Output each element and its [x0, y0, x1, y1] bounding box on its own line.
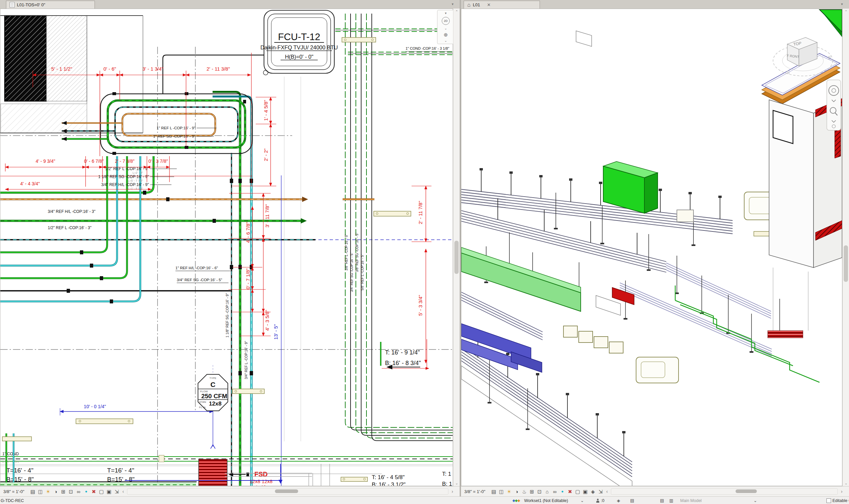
editable-only-label: Editable Only [832, 498, 849, 503]
hscroll-left-icon[interactable]: ‹ [604, 489, 610, 494]
svg-text:1" REF L -COP:16' - 9": 1" REF L -COP:16' - 9" [157, 126, 195, 130]
locked-orientation-icon[interactable]: ⌂ [543, 489, 551, 494]
pipe-labels-c: 3/4" REF H/L -COP:16' - 3" 1/2" REF L -C… [48, 209, 95, 230]
svg-text:0' - 6 7/8": 0' - 6 7/8" [84, 159, 104, 164]
svg-text:0' - 7 1/8": 0' - 7 1/8" [245, 268, 251, 289]
note-icon[interactable]: ▥ [669, 497, 673, 504]
worksharing-display-icon[interactable]: ✖ [90, 489, 97, 494]
worksharing-display-icon[interactable]: ✖ [566, 489, 574, 494]
green-box [603, 161, 658, 213]
editable-only-control[interactable]: Editable Only [827, 497, 849, 504]
analytical-model-icon[interactable]: ◈ [589, 489, 597, 494]
svg-text:3' - 11 7/8": 3' - 11 7/8" [264, 204, 270, 228]
compass-south[interactable]: S [786, 69, 790, 75]
left-horizontal-scrollbar[interactable] [127, 488, 448, 495]
list-icon[interactable]: ▤ [660, 497, 664, 504]
steering-wheel-2d-icon[interactable]: 2D [442, 17, 450, 25]
svg-text:2' - 11 7/8": 2' - 11 7/8" [417, 201, 423, 224]
hscroll-right-icon[interactable]: › [450, 489, 455, 494]
left-scale[interactable]: 3/8" = 1'-0" [3, 489, 24, 494]
tab-close-icon[interactable]: ✕ [487, 2, 490, 7]
visual-style-icon[interactable]: ◫ [36, 489, 44, 494]
scroll-up-icon[interactable]: ⌃ [453, 8, 460, 15]
right-view-control-bar: 3/8" = 1'-0" ▤ ◫ ☀ ◑ ♨ ⊞ ⊡ ⌂ ∞ ● ✖ ▢ ▣ ◈… [461, 486, 849, 497]
selection-box-icon[interactable]: ▢ [574, 489, 581, 494]
constraints-icon[interactable]: ⇲ [113, 489, 120, 494]
sun-path-icon[interactable]: ☀ [44, 489, 52, 494]
nav-bar[interactable] [827, 80, 841, 130]
render-icon[interactable]: ♨ [520, 489, 528, 494]
crop-view-icon[interactable]: ⊞ [59, 489, 67, 494]
zoom-tool-icon[interactable]: ⊕ [444, 32, 448, 37]
active-workset[interactable]: Workset1 (Not Editable) [524, 498, 568, 503]
navbar-pin-icon[interactable]: ▾ [445, 12, 446, 15]
shadows-icon[interactable]: ◑ [52, 489, 59, 494]
sun-path-icon[interactable]: ☀ [505, 489, 513, 494]
editing-requests[interactable]: :0 [596, 497, 604, 504]
svg-text:0' - 3 7/8": 0' - 3 7/8" [148, 159, 168, 164]
fcu-unit[interactable] [163, 10, 334, 94]
svg-text:L=5' - 7 7/8": L=5' - 7 7/8" [128, 179, 143, 182]
reveal-hidden-icon[interactable]: ∞ [551, 489, 559, 494]
constraints-icon[interactable]: ⇲ [597, 489, 604, 494]
diffuser-tag[interactable]: TYPE C FLOW 250 CFM STAN 12x8 FL IN [198, 365, 228, 411]
thin-lines-icon[interactable]: ▤ [29, 489, 36, 494]
left-vscroll-thumb[interactable] [454, 241, 459, 274]
tab-3d-view[interactable]: ⌂ L01 ✕ [464, 1, 540, 8]
displace-elements-icon[interactable]: ▣ [581, 489, 589, 494]
tab-plan-view[interactable]: L01-TOS=0' 0" [6, 1, 95, 8]
svg-text:3/8" REF L -COP:16' - 5": 3/8" REF L -COP:16' - 5" [345, 234, 348, 271]
left-vertical-scrollbar[interactable]: ⌃ ⌄ [453, 8, 460, 486]
svg-text:2' - 7 3/8": 2' - 7 3/8" [115, 159, 134, 164]
3d-view-canvas[interactable]: S E TOP F RONT [461, 8, 842, 486]
active-design-option[interactable]: Main Model [680, 497, 702, 504]
svg-text:TYPE: TYPE [210, 377, 217, 380]
selection-box-icon[interactable]: ▢ [97, 489, 105, 494]
svg-text:H(B)=0' - 0": H(B)=0' - 0" [285, 54, 313, 60]
workset-dropdown-icon[interactable]: ⌄ [580, 497, 584, 504]
elevation-callout: T: 16' - 9 1/4" B: 16' - 8 3/4" [381, 342, 421, 367]
options-list-icon[interactable]: ▤ [630, 497, 634, 504]
svg-text:250 CFM: 250 CFM [201, 393, 227, 399]
crop-region-visibility-icon[interactable]: ⊡ [536, 489, 543, 494]
editable-only-checkbox[interactable] [827, 498, 831, 503]
svg-text:1" REF SG -COP:16' - 9": 1" REF SG -COP:16' - 9" [153, 134, 195, 138]
svg-text:B=15' - 8": B=15' - 8" [6, 476, 34, 483]
revit-window: L01-TOS=0' 0" ▾ [0, 0, 849, 504]
zoom-menu-chevron-icon[interactable]: ⌄ [445, 39, 447, 42]
right-tabstrip: ⌂ L01 ✕ ▾ [461, 0, 849, 9]
thin-lines-icon[interactable]: ▤ [490, 489, 498, 494]
conduit-rack-2 [620, 283, 772, 356]
scroll-up-icon[interactable]: ⌃ [843, 8, 849, 15]
crop-region-visibility-icon[interactable]: ⊡ [67, 489, 75, 494]
right-hscroll-thumb[interactable] [736, 489, 757, 493]
right-vscroll-thumb[interactable] [844, 245, 848, 282]
temporary-hide-icon[interactable]: ● [82, 489, 90, 493]
visual-style-icon[interactable]: ◫ [498, 489, 505, 494]
hscroll-left-icon[interactable]: ‹ [120, 489, 126, 494]
design-options-icon[interactable]: ◈ [617, 497, 620, 504]
compass-east[interactable]: E [828, 55, 831, 60]
scroll-down-icon[interactable]: ⌄ [843, 480, 849, 486]
left-hscroll-thumb[interactable] [275, 489, 298, 493]
svg-text:13' - 5": 13' - 5" [273, 324, 278, 340]
wheel-menu-chevron-icon[interactable]: ⌄ [445, 27, 447, 30]
temporary-hide-icon[interactable]: ● [559, 489, 566, 493]
workset-control[interactable]: ◆◆◆ Workset1 (Not Editable) [512, 497, 568, 504]
plan-view-canvas[interactable]: FCU-T-12 Daikin-FXFQ TVJU/ 24000 BTU H(B… [0, 8, 453, 486]
cond-label: 1" COND -COP:16' - 3 1/8" [405, 47, 449, 50]
scroll-down-icon[interactable]: ⌄ [453, 480, 460, 486]
construction-lines [284, 77, 301, 441]
tabstrip-menu-icon[interactable]: ▾ [452, 2, 454, 6]
crop-view-icon[interactable]: ⊞ [528, 489, 536, 494]
riser-bundle-2 [342, 14, 453, 441]
right-tabstrip-menu-icon[interactable]: ▾ [841, 2, 843, 6]
right-scale[interactable]: 3/8" = 1'-0" [464, 489, 485, 494]
displace-elements-icon[interactable]: ▣ [105, 489, 113, 494]
reveal-hidden-icon[interactable]: ∞ [75, 489, 82, 494]
right-horizontal-scrollbar[interactable] [611, 488, 838, 495]
hscroll-right-icon[interactable]: › [839, 489, 844, 494]
right-vertical-scrollbar[interactable]: ⌃ ⌄ [842, 8, 849, 486]
shadows-icon[interactable]: ◑ [513, 489, 520, 494]
design-option-dropdown-icon[interactable]: ⌄ [754, 497, 757, 504]
